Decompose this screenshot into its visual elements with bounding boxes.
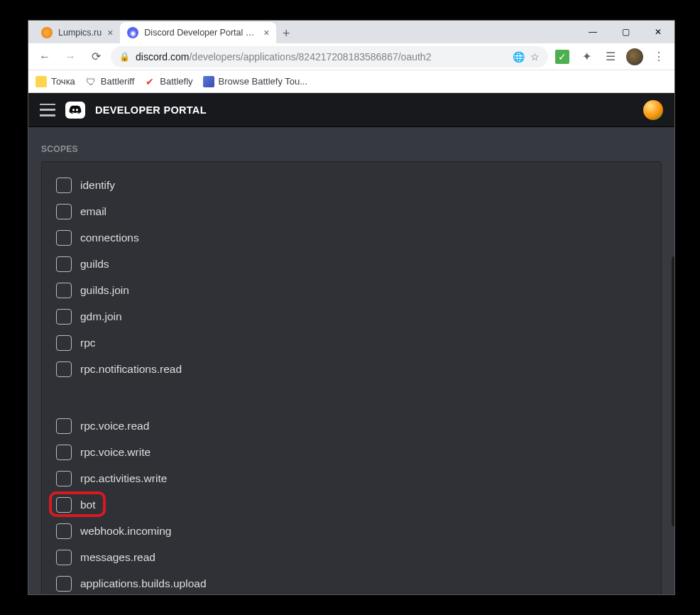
scope-checkbox[interactable] <box>56 283 72 298</box>
scope-label: guilds <box>80 258 109 271</box>
close-icon[interactable]: × <box>107 27 113 38</box>
close-window-button[interactable]: ✕ <box>642 21 674 43</box>
scope-checkbox[interactable] <box>56 497 72 513</box>
extension-check[interactable]: ✓ <box>552 47 572 67</box>
scope-list: identifyemailconnectionsguildsguilds.joi… <box>56 178 647 592</box>
bookmarks-bar: Точка 🛡 Battleriff ✔ Battlefly Browse Ba… <box>28 70 674 93</box>
scope-checkbox[interactable] <box>56 471 72 486</box>
scope-checkbox[interactable] <box>56 445 72 460</box>
scope-checkbox[interactable] <box>56 256 72 272</box>
scope-checkbox[interactable] <box>56 576 72 592</box>
toolbar: ← → ⟳ 🔒 discord.com/developers/applicati… <box>28 43 674 70</box>
scopes-section-label: SCOPES <box>41 144 662 154</box>
browser-window: Lumpics.ru × ◉ Discord Developer Portal … <box>28 20 675 595</box>
scope-checkbox[interactable] <box>56 178 72 193</box>
bookmark-label: Battlefly <box>160 76 192 87</box>
scope-label: rpc <box>80 337 96 349</box>
tab-title: Discord Developer Portal — My A <box>144 28 258 38</box>
scope-checkbox[interactable] <box>56 230 72 246</box>
titlebar: Lumpics.ru × ◉ Discord Developer Portal … <box>28 21 674 43</box>
scope-row-guilds: guilds <box>56 256 647 272</box>
scope-row-messages-read: messages.read <box>56 550 647 565</box>
user-avatar[interactable] <box>643 100 663 120</box>
window-controls: — ▢ ✕ <box>576 21 674 43</box>
profile-avatar[interactable] <box>625 47 645 67</box>
scope-row-rpc-voice-write: rpc.voice.write <box>56 445 647 460</box>
scope-row-bot: bot <box>56 497 647 513</box>
scope-row-rpc-notifications-read: rpc.notifications.read <box>56 361 647 377</box>
favicon-discord: ◉ <box>127 27 138 38</box>
scope-label: rpc.voice.read <box>80 420 149 432</box>
bookmark-battlefy[interactable]: Browse Battlefy Tou... <box>203 76 308 87</box>
maximize-button[interactable]: ▢ <box>609 21 642 43</box>
reload-button[interactable]: ⟳ <box>85 46 106 67</box>
star-icon[interactable]: ☆ <box>530 51 540 62</box>
scope-row-guilds-join: guilds.join <box>56 283 647 298</box>
developer-portal-title: DEVELOPER PORTAL <box>95 104 207 116</box>
scope-row-applications-builds-upload: applications.builds.upload <box>56 576 647 592</box>
scope-checkbox[interactable] <box>56 335 72 351</box>
tab-title: Lumpics.ru <box>58 28 102 38</box>
scope-label: rpc.notifications.read <box>80 363 182 376</box>
bookmark-label: Точка <box>51 76 75 87</box>
bookmark-battleriff[interactable]: 🛡 Battleriff <box>85 76 134 87</box>
translate-icon[interactable]: 🌐 <box>513 51 525 62</box>
scope-label: guilds.join <box>80 284 129 297</box>
scope-checkbox[interactable] <box>56 550 72 565</box>
bookmark-icon <box>35 76 47 87</box>
minimize-button[interactable]: — <box>576 21 609 43</box>
scope-label: bot <box>80 499 96 511</box>
close-icon[interactable]: × <box>263 27 269 38</box>
discord-logo <box>65 102 85 119</box>
lock-icon: 🔒 <box>119 52 130 62</box>
scopes-box: identifyemailconnectionsguildsguilds.joi… <box>41 161 662 594</box>
bookmark-icon: ✔ <box>144 76 155 87</box>
scope-checkbox[interactable] <box>56 361 72 377</box>
tab-discord[interactable]: ◉ Discord Developer Portal — My A × <box>120 22 276 43</box>
scope-row-email: email <box>56 204 647 219</box>
scope-label: rpc.activities.write <box>80 472 167 485</box>
scope-row-connections: connections <box>56 230 647 246</box>
bookmark-tochka[interactable]: Точка <box>35 76 75 87</box>
scope-checkbox[interactable] <box>56 309 72 325</box>
scope-row-rpc-voice-read: rpc.voice.read <box>56 418 647 434</box>
scrollbar[interactable] <box>672 256 674 526</box>
url-text: discord.com/developers/applications/8242… <box>136 51 507 62</box>
bookmark-label: Browse Battlefy Tou... <box>219 76 308 87</box>
hamburger-icon[interactable] <box>40 104 55 116</box>
scope-label: connections <box>80 232 139 244</box>
scope-label: gdm.join <box>80 310 122 323</box>
scope-checkbox[interactable] <box>56 204 72 219</box>
address-bar[interactable]: 🔒 discord.com/developers/applications/82… <box>111 46 548 67</box>
forward-button[interactable]: → <box>60 46 81 67</box>
page-body: SCOPES identifyemailconnectionsguildsgui… <box>28 127 674 594</box>
scope-row-identify: identify <box>56 178 647 193</box>
bookmark-icon: 🛡 <box>85 76 97 87</box>
bookmark-battlefly[interactable]: ✔ Battlefly <box>144 76 192 87</box>
scope-label: identify <box>80 179 115 192</box>
scope-label: applications.builds.upload <box>80 577 207 590</box>
scope-label: email <box>80 205 106 218</box>
scope-label: rpc.voice.write <box>80 446 151 459</box>
discord-header: DEVELOPER PORTAL <box>28 93 674 127</box>
scope-row-rpc: rpc <box>56 335 647 351</box>
bookmark-icon <box>203 76 214 87</box>
scope-checkbox[interactable] <box>56 418 72 434</box>
reading-list-icon[interactable]: ☰ <box>601 47 620 67</box>
scope-row-gdm-join: gdm.join <box>56 309 647 325</box>
scope-label: webhook.incoming <box>80 525 171 538</box>
scope-checkbox[interactable] <box>56 523 72 539</box>
bookmark-label: Battleriff <box>101 76 134 87</box>
menu-icon[interactable]: ⋮ <box>649 47 669 67</box>
page-content: DEVELOPER PORTAL SCOPES identifyemailcon… <box>28 93 674 594</box>
favicon-lumpics <box>41 27 53 38</box>
new-tab-button[interactable]: + <box>276 23 296 43</box>
back-button[interactable]: ← <box>34 46 55 67</box>
scope-label: messages.read <box>80 551 155 564</box>
scope-row-rpc-activities-write: rpc.activities.write <box>56 471 647 486</box>
tab-lumpics[interactable]: Lumpics.ru × <box>34 22 120 43</box>
scope-row-webhook-incoming: webhook.incoming <box>56 523 647 539</box>
extensions-icon[interactable]: ✦ <box>576 47 596 67</box>
